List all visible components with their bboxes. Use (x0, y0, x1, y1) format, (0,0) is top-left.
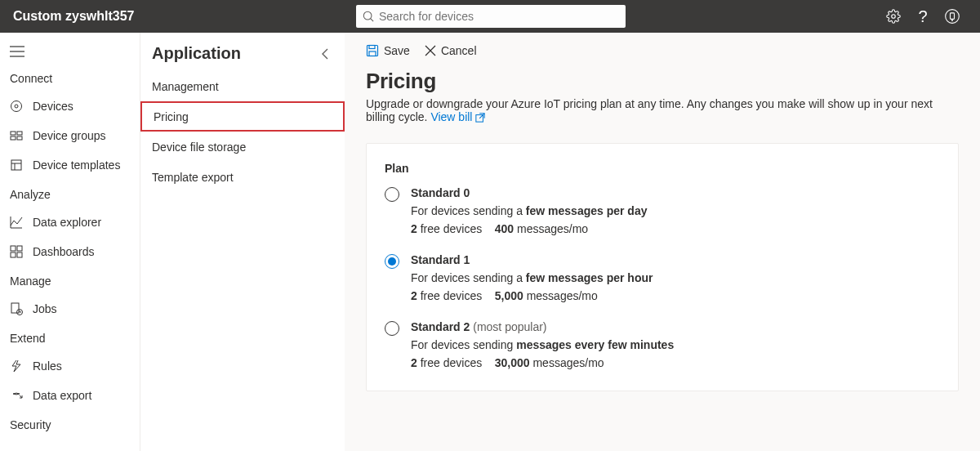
plan-quota: 2 free devices 30,000 messages/mo (411, 356, 674, 369)
feedback-icon (944, 8, 960, 25)
svg-rect-24 (11, 303, 19, 313)
svg-rect-30 (369, 46, 375, 49)
save-icon (366, 44, 379, 57)
cancel-label: Cancel (441, 44, 477, 57)
svg-point-2 (892, 15, 896, 19)
svg-rect-14 (17, 136, 22, 140)
sidebar-item-rules[interactable]: Rules (0, 351, 140, 381)
hamburger-button[interactable] (0, 42, 140, 64)
sidebar-item-devices[interactable]: Devices (0, 92, 140, 121)
plan-description: For devices sending a few messages per h… (411, 271, 653, 284)
sidebar-section-connect: Connect (0, 64, 140, 92)
sidebar-item-label: Jobs (33, 302, 57, 315)
svg-point-5 (952, 20, 953, 21)
devices-icon (10, 100, 23, 113)
plan-quota: 2 free devices 5,000 messages/mo (411, 289, 653, 302)
top-bar: Custom zyswhlt357 ? (0, 0, 980, 33)
svg-rect-15 (11, 160, 21, 170)
plan-option-0[interactable]: Standard 0For devices sending a few mess… (385, 186, 940, 235)
svg-rect-21 (17, 246, 22, 251)
plan-name: Standard 0 (411, 186, 648, 199)
svg-point-9 (11, 101, 22, 112)
sidebar-item-label: Data explorer (33, 216, 101, 229)
subnav-item-management[interactable]: Management (140, 71, 345, 101)
view-bill-link[interactable]: View bill (430, 110, 485, 123)
svg-rect-4 (951, 13, 955, 19)
subnav-item-pricing[interactable]: Pricing (140, 101, 345, 132)
sidebar-item-label: Device groups (33, 129, 106, 142)
help-button[interactable]: ? (908, 0, 938, 33)
sidebar-section-security: Security (0, 410, 140, 438)
settings-button[interactable] (879, 0, 908, 33)
rules-icon (10, 359, 23, 373)
sidebar-section-extend: Extend (0, 324, 140, 351)
sidebar-item-label: Dashboards (33, 245, 95, 258)
sidebar-section-manage: Manage (0, 266, 140, 294)
subnav-item-template-export[interactable]: Template export (140, 162, 345, 192)
plan-name: Standard 2 (most popular) (411, 320, 674, 333)
sidebar-item-device-templates[interactable]: Device templates (0, 150, 140, 180)
main-content: Save Cancel Pricing Upgrade or downgrade… (345, 33, 980, 451)
dashboard-icon (10, 245, 23, 258)
plan-card-title: Plan (385, 162, 940, 175)
sidebar-item-label: Devices (33, 100, 74, 113)
data-export-icon (10, 389, 23, 402)
toolbar: Save Cancel (345, 33, 980, 69)
plan-card: Plan Standard 0For devices sending a few… (366, 143, 959, 391)
chevron-left-icon (320, 48, 330, 60)
search-icon (363, 11, 374, 22)
plan-description: For devices sending messages every few m… (411, 338, 674, 351)
sidebar-item-jobs[interactable]: Jobs (0, 294, 140, 324)
feedback-button[interactable] (938, 0, 967, 33)
secondary-sidebar: Application ManagementPricingDevice file… (140, 33, 345, 451)
search-box[interactable] (356, 5, 626, 28)
svg-rect-12 (17, 132, 22, 135)
plan-quota: 2 free devices 400 messages/mo (411, 222, 648, 235)
hamburger-icon (10, 46, 24, 57)
sidebar-item-data-export[interactable]: Data export (0, 381, 140, 410)
svg-rect-23 (17, 252, 22, 257)
secondary-sidebar-title: Application (152, 44, 241, 63)
sidebar-item-dashboards[interactable]: Dashboards (0, 237, 140, 266)
save-label: Save (384, 44, 410, 57)
primary-sidebar: ConnectDevicesDevice groupsDevice templa… (0, 33, 140, 451)
radio-button[interactable] (385, 187, 399, 202)
jobs-icon (10, 302, 23, 315)
device-templates-icon (10, 159, 23, 172)
page-subtitle: Upgrade or downgrade your Azure IoT pric… (366, 97, 959, 123)
device-groups-icon (10, 129, 23, 142)
subnav-item-device-file-storage[interactable]: Device file storage (140, 132, 345, 162)
close-icon (425, 45, 436, 56)
plan-name: Standard 1 (411, 253, 653, 266)
search-input[interactable] (379, 10, 619, 23)
cancel-button[interactable]: Cancel (425, 44, 477, 57)
svg-rect-11 (11, 132, 16, 135)
sidebar-item-device-groups[interactable]: Device groups (0, 121, 140, 150)
data-explorer-icon (10, 216, 23, 229)
plan-description: For devices sending a few messages per d… (411, 204, 648, 217)
radio-button[interactable] (385, 321, 399, 336)
svg-line-1 (371, 19, 374, 22)
svg-rect-31 (369, 51, 376, 56)
save-button[interactable]: Save (366, 44, 410, 57)
plan-option-2[interactable]: Standard 2 (most popular)For devices sen… (385, 320, 940, 369)
svg-rect-20 (11, 246, 16, 251)
sidebar-item-label: Rules (33, 359, 62, 373)
help-icon: ? (918, 7, 927, 26)
plan-option-1[interactable]: Standard 1For devices sending a few mess… (385, 253, 940, 302)
svg-rect-13 (11, 136, 16, 140)
svg-point-10 (15, 105, 18, 108)
page-title: Pricing (366, 69, 959, 94)
radio-button[interactable] (385, 254, 399, 269)
svg-rect-22 (11, 252, 16, 257)
sidebar-item-label: Device templates (33, 159, 120, 172)
external-link-icon (475, 113, 485, 123)
svg-line-35 (480, 114, 485, 118)
gear-icon (886, 9, 901, 24)
sidebar-section-analyze: Analyze (0, 180, 140, 208)
collapse-button[interactable] (320, 48, 330, 60)
sidebar-item-label: Data export (33, 389, 91, 402)
svg-point-0 (363, 11, 372, 20)
sidebar-item-data-explorer[interactable]: Data explorer (0, 208, 140, 237)
app-title: Custom zyswhlt357 (13, 9, 356, 24)
